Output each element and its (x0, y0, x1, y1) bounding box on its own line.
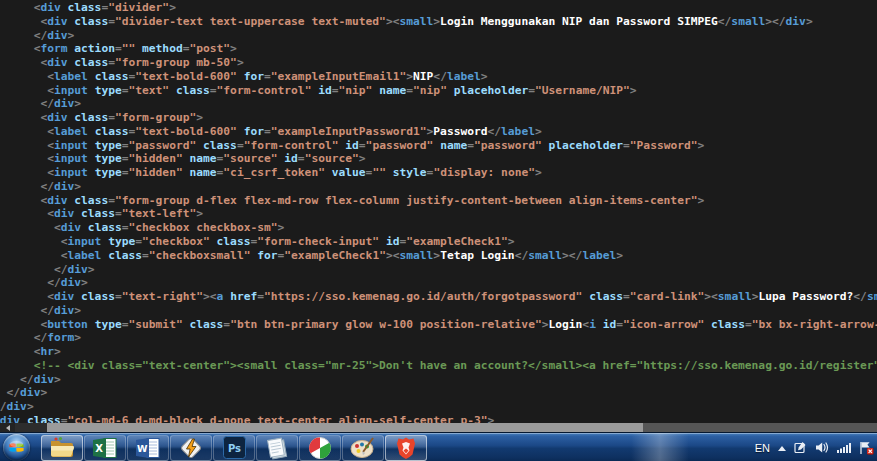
show-hidden-icons-icon[interactable] (778, 442, 786, 451)
notepad-icon (265, 436, 289, 460)
taskbar-items: X W Ps (41, 434, 427, 461)
network-icon[interactable] (837, 441, 851, 454)
code-line: </div> (0, 263, 877, 277)
word-letter: W (137, 442, 148, 453)
code-line: <form action="" method="post"> (0, 42, 877, 56)
code-line: <div class="form-group d-flex flex-md-ro… (0, 194, 877, 208)
taskbar-item-windows-explorer[interactable] (41, 435, 83, 461)
code-line: <button type="submit" class="btn btn-pri… (0, 318, 877, 332)
language-indicator[interactable]: EN (755, 442, 770, 454)
code-line: <input type="text" class="form-control" … (0, 84, 877, 98)
code-line: </div> (0, 373, 877, 387)
scroll-left-arrow-icon[interactable] (0, 423, 15, 432)
system-tray: EN (755, 433, 874, 461)
code-line: <!-- <div class="text-center"><small cla… (0, 359, 877, 373)
horizontal-scrollbar[interactable] (0, 423, 877, 432)
taskbar-item-brave[interactable] (385, 435, 427, 461)
code-line: </div> (0, 180, 877, 194)
code-line: </div> (0, 400, 877, 414)
code-line: </div> (0, 276, 877, 290)
taskbar-item-word[interactable]: W (127, 435, 169, 461)
taskbar: X W Ps (0, 432, 877, 461)
taskbar-item-photoscape[interactable] (299, 435, 341, 461)
code-line: <div class="divider-text text-uppercase … (0, 15, 877, 29)
code-line: <div class="form-group mb-50"> (0, 56, 877, 70)
folder-icon (49, 436, 75, 459)
code-line: <div class="checkbox checkbox-sm"> (0, 221, 877, 235)
code-line: <div class="form-group"> (0, 111, 877, 125)
taskbar-item-paint[interactable] (342, 435, 384, 461)
code-line: <label class="text-bold-600" for="exampl… (0, 70, 877, 84)
input-indicator-icon[interactable] (794, 441, 807, 454)
code-line: <input type="checkbox" class="form-check… (0, 235, 877, 249)
start-button[interactable] (3, 434, 30, 461)
taskbar-item-notepad[interactable] (256, 435, 298, 461)
code-line: </div> (0, 304, 877, 318)
code-line: <label class="text-bold-600" for="exampl… (0, 125, 877, 139)
scrollbar-track[interactable] (643, 423, 877, 432)
code-editor[interactable]: <div class="divider"> <div class="divide… (0, 0, 877, 432)
photoshop-icon: Ps (223, 436, 246, 459)
code-line: <div class="text-right"><a href="https:/… (0, 290, 877, 304)
excel-icon: X (93, 437, 117, 459)
code-line: </div> (0, 29, 877, 43)
winamp-icon (179, 436, 203, 460)
taskbar-item-winamp[interactable] (170, 435, 212, 461)
code-line: <div class="text-left"> (0, 207, 877, 221)
taskbar-item-photoshop[interactable]: Ps (213, 435, 255, 461)
code-line: </div> (0, 386, 877, 400)
windows-logo-icon (8, 439, 25, 456)
code-line: <hr> (0, 345, 877, 359)
excel-letter: X (95, 442, 103, 453)
code-line: </form> (0, 331, 877, 345)
photoshop-letters: Ps (227, 443, 240, 454)
paint-icon (350, 436, 376, 459)
volume-icon[interactable] (815, 441, 829, 454)
source-code: <div class="divider"> <div class="divide… (0, 1, 877, 428)
code-line: <input type="password" class="form-contr… (0, 139, 877, 153)
code-line: </div> (0, 97, 877, 111)
scrollbar-thumb[interactable] (47, 423, 643, 432)
code-line: <input type="hidden" name="ci_csrf_token… (0, 166, 877, 180)
word-icon: W (136, 437, 160, 459)
screen: <div class="divider"> <div class="divide… (0, 0, 877, 461)
brave-icon (395, 436, 417, 460)
taskbar-item-excel[interactable]: X (84, 435, 126, 461)
code-line: <div class="divider"> (0, 1, 877, 15)
code-line: <label class="checkboxsmall" for="exampl… (0, 249, 877, 263)
action-center-alert-icon[interactable] (859, 441, 874, 455)
photoscape-icon (308, 436, 332, 460)
code-line: <input type="hidden" name="source" id="s… (0, 152, 877, 166)
